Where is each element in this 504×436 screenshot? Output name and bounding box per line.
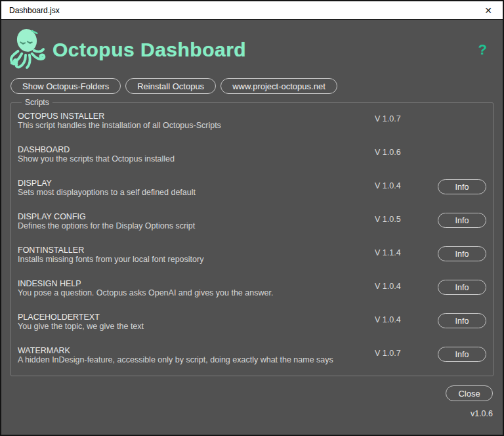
script-version: V 1.0.7 [360, 347, 421, 358]
script-description: Installs missing fonts from your local f… [18, 255, 360, 265]
script-info-button[interactable]: Info [438, 313, 486, 328]
show-octopus-folders-button[interactable]: Show Octopus-Folders [10, 78, 121, 94]
scripts-list: OCTOPUS INSTALLER This script handles th… [18, 110, 486, 378]
project-octopus-link-button[interactable]: www.project-octopus.net [220, 78, 337, 94]
script-version: V 1.0.5 [360, 213, 421, 224]
script-row: DISPLAY Sets most displayoptions to a se… [18, 177, 486, 211]
script-text: PLACEHOLDERTEXT You give the topic, we g… [18, 313, 360, 331]
script-row: INDESIGN HELP You pose a question. Octop… [18, 278, 486, 311]
script-description: You pose a question. Octopus asks OpenAI… [18, 289, 360, 298]
script-info-button[interactable]: Info [438, 179, 486, 194]
script-description: You give the topic, we give the text [18, 322, 360, 332]
script-text: OCTOPUS INSTALLER This script handles th… [18, 112, 360, 130]
script-name: OCTOPUS INSTALLER [18, 112, 360, 121]
script-name: PLACEHOLDERTEXT [18, 313, 360, 322]
toolbar: Show Octopus-Folders Reinstall Octopus w… [10, 77, 494, 95]
octopus-logo-icon [8, 28, 46, 72]
scripts-group-label: Scripts [22, 98, 52, 107]
script-description: Show you the scripts that Octopus instal… [18, 155, 360, 164]
script-version: V 1.1.4 [360, 246, 421, 257]
script-description: Sets most displayoptions to a self defin… [18, 188, 360, 198]
script-name: DISPLAY [18, 179, 360, 188]
scripts-group: Scripts OCTOPUS INSTALLER This script ha… [10, 98, 494, 376]
script-row: DASHBOARD Show you the scripts that Octo… [18, 144, 486, 177]
script-text: DISPLAY CONFIG Defines the options for t… [18, 213, 360, 230]
script-info-button[interactable]: Info [438, 280, 486, 295]
script-row: OCTOPUS INSTALLER This script handles th… [18, 110, 486, 144]
script-text: INDESIGN HELP You pose a question. Octop… [18, 280, 360, 297]
title-bar[interactable]: Dashboard.jsx ✕ [1, 1, 503, 20]
page-title: Octopus Dashboard [52, 39, 478, 61]
script-info-button[interactable]: Info [438, 246, 486, 261]
app-version-label: v1.0.6 [10, 409, 493, 418]
script-version: V 1.0.4 [360, 280, 421, 291]
close-button[interactable]: Close [446, 385, 493, 401]
script-row: FONTINSTALLER Installs missing fonts fro… [18, 244, 486, 278]
script-version: V 1.0.4 [360, 179, 421, 190]
script-name: INDESIGN HELP [18, 280, 360, 289]
script-row: WATERMARK A hidden InDesign-feature, acc… [18, 345, 486, 378]
script-info-button[interactable]: Info [438, 213, 486, 228]
close-icon[interactable]: ✕ [482, 5, 495, 16]
script-text: DASHBOARD Show you the scripts that Octo… [18, 146, 360, 164]
script-name: DASHBOARD [18, 146, 360, 155]
script-name: DISPLAY CONFIG [18, 213, 360, 222]
reinstall-octopus-button[interactable]: Reinstall Octopus [125, 78, 216, 94]
help-button[interactable]: ? [478, 41, 487, 58]
script-text: WATERMARK A hidden InDesign-feature, acc… [18, 347, 360, 364]
script-description: Defines the options for the Display Opti… [18, 222, 360, 231]
script-description: A hidden InDesign-feature, accessible on… [18, 356, 360, 365]
dashboard-dialog: Dashboard.jsx ✕ [0, 0, 504, 436]
script-name: WATERMARK [18, 347, 360, 356]
script-info-button[interactable]: Info [438, 347, 486, 362]
script-row: PLACEHOLDERTEXT You give the topic, we g… [18, 311, 486, 345]
script-row: DISPLAY CONFIG Defines the options for t… [18, 211, 486, 244]
footer: Close [10, 385, 493, 401]
header: Octopus Dashboard ? [8, 29, 494, 71]
script-description: This script handles the installation of … [18, 121, 360, 131]
script-version: V 1.0.4 [360, 313, 421, 324]
script-version: V 1.0.7 [360, 112, 421, 123]
script-text: DISPLAY Sets most displayoptions to a se… [18, 179, 360, 197]
script-text: FONTINSTALLER Installs missing fonts fro… [18, 246, 360, 264]
window-title: Dashboard.jsx [9, 6, 60, 15]
script-name: FONTINSTALLER [18, 246, 360, 255]
script-version: V 1.0.6 [360, 146, 421, 157]
